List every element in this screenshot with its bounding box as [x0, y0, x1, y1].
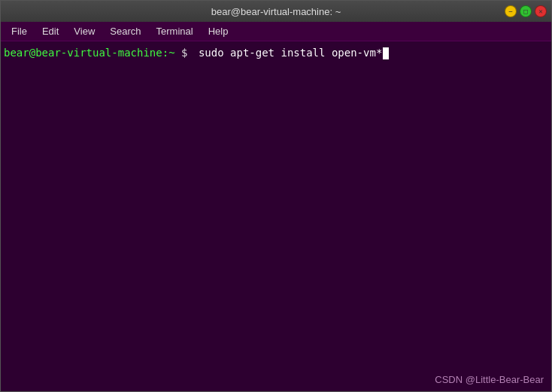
- menu-view[interactable]: View: [66, 24, 102, 38]
- title-bar: bear@bear-virtual-machine: ~ − □ ✕: [1, 1, 551, 22]
- menu-edit[interactable]: Edit: [35, 24, 66, 38]
- menu-search[interactable]: Search: [102, 24, 148, 38]
- close-icon: ✕: [538, 8, 542, 15]
- terminal-body[interactable]: bear@bear-virtual-machine :~ $ sudo apt-…: [1, 41, 551, 391]
- minimize-button[interactable]: −: [505, 5, 517, 17]
- menu-bar: File Edit View Search Terminal Help: [1, 22, 551, 41]
- menu-file[interactable]: File: [4, 24, 35, 38]
- window-title: bear@bear-virtual-machine: ~: [211, 6, 341, 17]
- terminal-window: bear@bear-virtual-machine: ~ − □ ✕ File …: [0, 0, 552, 392]
- maximize-icon: □: [523, 8, 527, 15]
- menu-terminal[interactable]: Terminal: [149, 24, 201, 38]
- window-controls: − □ ✕: [505, 5, 547, 17]
- prompt-user: bear@bear-virtual-machine: [4, 46, 162, 61]
- maximize-button[interactable]: □: [520, 5, 532, 17]
- prompt-dollar: $: [175, 46, 194, 61]
- prompt-path: :~: [162, 46, 175, 61]
- terminal-line: bear@bear-virtual-machine :~ $ sudo apt-…: [4, 46, 548, 61]
- command-text: sudo apt-get install open-vm*: [199, 46, 382, 61]
- menu-help[interactable]: Help: [201, 24, 236, 38]
- cursor: [383, 47, 389, 59]
- watermark: CSDN @Little-Bear-Bear: [435, 374, 544, 385]
- close-button[interactable]: ✕: [535, 5, 547, 17]
- minimize-icon: −: [508, 8, 512, 15]
